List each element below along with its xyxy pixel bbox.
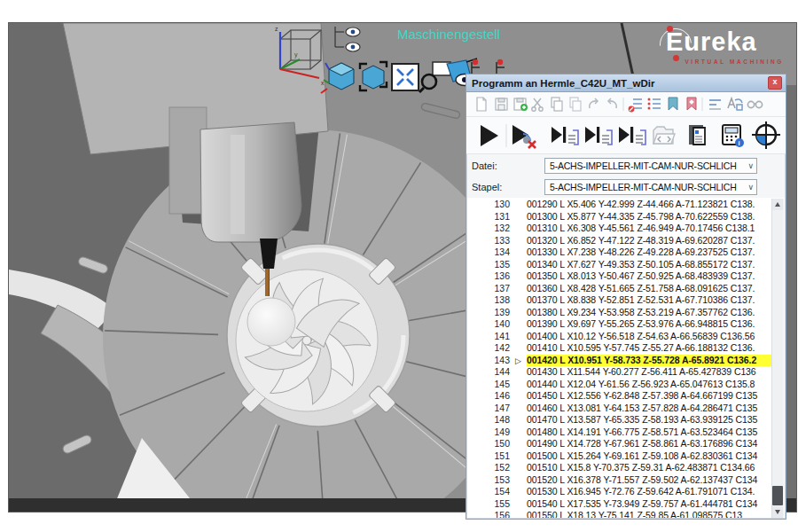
code-line-number: 133 bbox=[467, 235, 515, 247]
calculator-icon[interactable]: i bbox=[723, 125, 744, 147]
code-line-number: 134 bbox=[467, 246, 515, 259]
file-label: Datei: bbox=[466, 160, 544, 171]
run-to-breakpoint-icon[interactable] bbox=[512, 125, 536, 148]
code-line-text: 001440 L X12.04 Y-61.56 Z-56.923 A-65.04… bbox=[527, 379, 772, 391]
code-line-number: 131 bbox=[467, 211, 515, 223]
code-line[interactable]: 135001340 L X7.627 Y-49.353 Z-50.105 A-6… bbox=[467, 259, 772, 271]
copy-icon[interactable] bbox=[552, 98, 562, 111]
step-to-line-icon[interactable] bbox=[619, 127, 645, 145]
code-line-text: 001450 L X12.556 Y-62.848 Z-57.398 A-64.… bbox=[527, 390, 772, 403]
code-line-number: 155 bbox=[467, 498, 515, 511]
code-line[interactable]: 131001300 L X5.877 Y-44.335 Z-45.798 A-7… bbox=[467, 211, 772, 223]
vertical-scrollbar[interactable] bbox=[771, 199, 784, 518]
code-line[interactable]: 133001320 L X6.852 Y-47.122 Z-48.319 A-6… bbox=[467, 235, 772, 247]
save-as-icon[interactable] bbox=[514, 98, 528, 111]
code-line[interactable]: 153001520 L X16.378 Y-71.557 Z-59.502 A-… bbox=[467, 474, 772, 487]
close-button[interactable]: x bbox=[768, 76, 782, 90]
impeller-hub bbox=[247, 298, 295, 346]
code-line[interactable]: 143▷001420 L X10.951 Y-58.733 Z-55.728 A… bbox=[467, 355, 772, 367]
code-line[interactable]: 150001490 L X14.728 Y-67.961 Z-58.861 A-… bbox=[467, 438, 772, 450]
execution-marker-icon bbox=[515, 342, 527, 355]
code-line[interactable]: 137001360 L X8.428 Y-51.665 Z-51.758 A-6… bbox=[467, 283, 772, 295]
code-line-number: 145 bbox=[467, 379, 515, 391]
code-line[interactable]: 141001400 L X10.12 Y-56.518 Z-54.63 A-66… bbox=[467, 331, 772, 343]
code-line[interactable]: 138001370 L X8.838 Y-52.851 Z-52.531 A-6… bbox=[467, 294, 772, 307]
step-single-icon[interactable] bbox=[552, 127, 578, 145]
execution-marker-icon bbox=[515, 318, 527, 331]
fit-view-icon[interactable] bbox=[392, 64, 419, 90]
execution-marker-icon bbox=[515, 438, 527, 450]
scroll-up-button[interactable] bbox=[772, 199, 783, 210]
logo-tagline: VIRTUAL MACHINING bbox=[685, 59, 784, 65]
execution-marker-icon bbox=[515, 379, 527, 391]
paste-icon[interactable] bbox=[570, 98, 581, 111]
save-icon[interactable] bbox=[496, 98, 507, 110]
bookmark-colored-icon[interactable] bbox=[687, 98, 696, 110]
code-line[interactable]: 155001540 L X17.535 Y-73.949 Z-59.757 A-… bbox=[467, 498, 772, 511]
code-line-text: 001360 L X8.428 Y-51.665 Z-51.758 A-68.0… bbox=[527, 283, 772, 295]
code-line-text: 001500 L X15.264 Y-69.161 Z-59.108 A-62.… bbox=[527, 450, 772, 463]
execution-marker-icon bbox=[515, 403, 527, 415]
execution-marker-icon bbox=[515, 294, 527, 307]
code-line[interactable]: 136001350 L X8.013 Y-50.467 Z-50.925 A-6… bbox=[467, 270, 772, 283]
scroll-down-button[interactable] bbox=[772, 506, 783, 518]
undo-icon[interactable] bbox=[590, 98, 598, 108]
z-axis-label: z bbox=[275, 26, 278, 32]
code-line-text: 001510 L X15.8 Y-70.375 Z-59.31 A-62.483… bbox=[527, 462, 772, 474]
code-line[interactable]: 148001470 L X13.587 Y-65.335 Z-58.193 A-… bbox=[467, 414, 772, 426]
code-line-number: 147 bbox=[467, 403, 515, 415]
bookmark-icon[interactable] bbox=[669, 98, 677, 110]
code-line[interactable]: 156001550 L X18.13 Y-75.141 Z-59.85 A-61… bbox=[467, 510, 772, 518]
code-line-text: 001290 L X5.406 Y-42.999 Z-44.466 A-71.1… bbox=[527, 199, 772, 211]
code-line[interactable]: 132001310 L X6.308 Y-45.561 Z-46.949 A-7… bbox=[467, 223, 772, 235]
renumber-lines-icon[interactable] bbox=[629, 99, 642, 112]
execution-marker-icon bbox=[515, 486, 527, 498]
redo-icon[interactable] bbox=[608, 98, 616, 108]
code-line-number: 142 bbox=[467, 342, 515, 355]
execution-marker-icon bbox=[515, 426, 527, 439]
eureka-logo: Eureka VIRTUAL MACHINING bbox=[644, 25, 786, 71]
code-line[interactable]: 134001330 L X7.238 Y-48.226 Z-49.228 A-6… bbox=[467, 246, 772, 259]
window-titlebar[interactable]: Programm an Hermle_C42U_MT_wDir x bbox=[466, 74, 786, 92]
code-line[interactable]: 140001390 L X9.697 Y-55.265 Z-53.976 A-6… bbox=[467, 318, 772, 331]
code-line-text: 001530 L X16.945 Y-72.76 Z-59.642 A-61.7… bbox=[527, 486, 772, 498]
cut-icon[interactable] bbox=[532, 98, 543, 111]
code-line[interactable]: 147001460 L X13.081 Y-64.153 Z-57.828 A-… bbox=[467, 403, 772, 415]
application-screen: z y x bbox=[0, 0, 798, 532]
program-report-icon[interactable] bbox=[689, 125, 705, 145]
rename-ab-icon[interactable] bbox=[728, 98, 742, 110]
batch-row: Stapel: 5-ACHS-IMPELLER-MIT-CAM-NUR-SCHL… bbox=[466, 177, 786, 197]
file-row: Datei: 5-ACHS-IMPELLER-MIT-CAM-NUR-SCHLI… bbox=[466, 156, 786, 176]
code-line-text: 001350 L X8.013 Y-50.467 Z-50.925 A-68.4… bbox=[527, 270, 772, 283]
find-icon[interactable] bbox=[747, 101, 762, 107]
code-line-text: 001300 L X5.877 Y-44.335 Z-45.798 A-70.6… bbox=[527, 211, 772, 223]
open-program-icon[interactable] bbox=[653, 127, 675, 144]
new-file-icon[interactable] bbox=[477, 98, 486, 111]
code-line-number: 146 bbox=[467, 390, 515, 403]
code-line[interactable]: 145001440 L X12.04 Y-61.56 Z-56.923 A-65… bbox=[467, 379, 772, 391]
code-line[interactable]: 130001290 L X5.406 Y-42.999 Z-44.466 A-7… bbox=[467, 199, 772, 211]
compare-lines-icon[interactable] bbox=[709, 100, 721, 109]
batch-dropdown[interactable]: 5-ACHS-IMPELLER-MIT-CAM-NUR-SCHLICH ∨ bbox=[544, 179, 757, 195]
code-line-text: 001410 L X10.595 Y-57.745 Z-55.27 A-66.1… bbox=[527, 342, 772, 355]
code-line[interactable]: 139001380 L X9.234 Y-53.958 Z-53.219 A-6… bbox=[467, 307, 772, 319]
code-line[interactable]: 146001450 L X12.556 Y-62.848 Z-57.398 A-… bbox=[467, 390, 772, 403]
scrollbar-thumb[interactable] bbox=[772, 486, 783, 505]
code-line-number: 150 bbox=[467, 438, 515, 450]
chevron-down-icon: ∨ bbox=[746, 161, 754, 170]
code-line[interactable]: 142001410 L X10.595 Y-57.745 Z-55.27 A-6… bbox=[467, 342, 772, 355]
execution-marker-icon bbox=[515, 390, 527, 403]
code-line-number: 149 bbox=[467, 426, 515, 439]
file-dropdown[interactable]: 5-ACHS-IMPELLER-MIT-CAM-NUR-SCHLICH ∨ bbox=[544, 158, 757, 174]
code-line[interactable]: 144001430 L X11.544 Y-60.277 Z-56.411 A-… bbox=[467, 366, 772, 379]
code-line[interactable]: 152001510 L X15.8 Y-70.375 Z-59.31 A-62.… bbox=[467, 462, 772, 474]
code-line-text: 001490 L X14.728 Y-67.961 Z-58.861 A-63.… bbox=[527, 438, 772, 450]
code-line[interactable]: 149001480 L X14.191 Y-66.775 Z-58.571 A-… bbox=[467, 426, 772, 439]
run-icon[interactable] bbox=[481, 125, 498, 146]
code-line[interactable]: 154001530 L X16.945 Y-72.76 Z-59.642 A-6… bbox=[467, 486, 772, 498]
line-numbers-icon[interactable] bbox=[648, 98, 661, 109]
code-line-text: 001320 L X6.852 Y-47.122 Z-48.319 A-69.6… bbox=[527, 235, 772, 247]
step-block-icon[interactable] bbox=[585, 127, 612, 145]
code-line[interactable]: 151001500 L X15.264 Y-69.161 Z-59.108 A-… bbox=[467, 450, 772, 463]
center-target-icon[interactable] bbox=[752, 121, 780, 149]
